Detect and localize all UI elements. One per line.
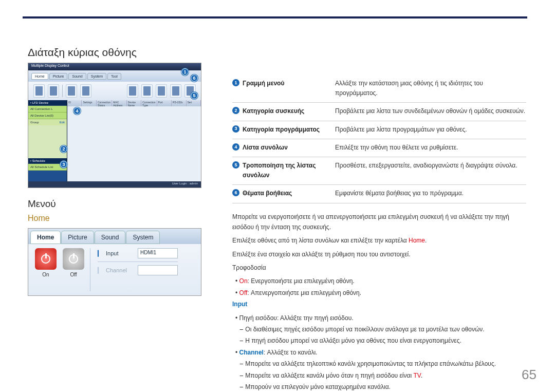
ss-grid: IDSettingsConnection StatusMAC AddressDe…: [67, 100, 201, 181]
ss-toolbtn: [170, 84, 181, 98]
legend-row: 1Γραμμή μενού Αλλάξτε την κατάσταση μιας…: [232, 75, 526, 103]
ss2-tab-picture: Picture: [61, 231, 94, 244]
ss2-tabs: Home Picture Sound System: [28, 229, 201, 244]
heading-layout: Διάταξη κύριας οθόνης: [28, 46, 202, 59]
ss-toolbtn: [33, 84, 45, 98]
ss-tab-system: System: [87, 73, 106, 80]
body-p3: Επιλέξτε ένα στοιχείο και αλλάξτε τη ρύθ…: [232, 249, 526, 259]
ss-toolbar: [28, 82, 201, 100]
ss-tab-sound: Sound: [68, 73, 86, 80]
subheading-home: Home: [28, 214, 202, 223]
power-on-icon: [35, 248, 57, 270]
heading-menu: Μενού: [28, 198, 202, 210]
input-value: HDMI1: [138, 248, 178, 258]
page-number: 65: [522, 367, 536, 383]
callout-5: 5: [191, 92, 198, 99]
ss-sidebar: • LFD Device All Connection L All Device…: [28, 100, 67, 181]
ss2-tab-sound: Sound: [95, 231, 126, 244]
legend-row: 3Κατηγορία προγράμματος Προβάλετε μια λί…: [232, 121, 526, 139]
callout-3: 3: [60, 161, 67, 168]
callout-4: 4: [73, 107, 81, 115]
ss-side-item: All Device List(0): [28, 113, 67, 119]
legend-table: 1Γραμμή μενού Αλλάξτε την κατάσταση μιας…: [232, 75, 526, 203]
callout-2: 2: [60, 145, 67, 153]
screenshot-main: Multiple Display Control Home Picture So…: [28, 63, 201, 188]
legend-row: 6Θέματα βοήθειας Εμφανίστε θέματα βοήθει…: [232, 185, 526, 203]
ss-tab-picture: Picture: [49, 73, 68, 80]
ss-side-lfd: • LFD Device: [28, 100, 67, 106]
ss-toolbtn: [80, 84, 91, 98]
ss-body: • LFD Device All Connection L All Device…: [28, 100, 201, 181]
callout-1: 1: [181, 68, 189, 76]
screenshot-home: Home Picture Sound System On Off ▎ Input…: [28, 228, 201, 296]
legend-row: 4Λίστα συνόλων Επιλέξτε την οθόνη που θέ…: [232, 139, 526, 157]
ss-grid-header: IDSettingsConnection StatusMAC AddressDe…: [67, 100, 201, 106]
ss-toolbtn: [141, 84, 153, 98]
ss-toolbtn: [66, 84, 77, 98]
body-text: Μπορείτε να ενεργοποιήσετε ή να απενεργο…: [232, 212, 526, 393]
power-off-button: Off: [61, 248, 86, 291]
body-p2: Επιλέξτε οθόνες από τη λίστα συνόλων και…: [232, 235, 526, 246]
body-p4: Τροφοδοσία: [232, 263, 526, 273]
input-heading: Input: [232, 299, 526, 309]
ss2-tab-home: Home: [30, 231, 61, 244]
input-label: Input: [106, 250, 134, 256]
ss2-body: On Off ▎ Input HDMI1 ▎ Channel: [28, 244, 201, 295]
legend-row: 5Τροποποίηση της λίστας συνόλων Προσθέστ…: [232, 157, 526, 185]
ss-menubar: Home Picture Sound System Tool: [28, 70, 201, 82]
channel-value: [138, 265, 178, 275]
ss-tab-tool: Tool: [107, 73, 121, 80]
ss-tab-home: Home: [31, 73, 48, 80]
right-column: 1Γραμμή μενού Αλλάξτε την κατάσταση μιας…: [232, 75, 526, 392]
left-column: Διάταξη κύριας οθόνης Multiple Display C…: [28, 46, 202, 296]
power-on-button: On: [33, 248, 58, 291]
ss-toolbtn: [48, 84, 59, 98]
ss-side-item: All Connection L: [28, 106, 67, 113]
ss2-tab-system: System: [126, 231, 160, 244]
channel-label: Channel: [106, 267, 134, 273]
callout-6: 6: [191, 74, 198, 82]
ss-titlebar: Multiple Display Control: [28, 63, 201, 70]
body-p1: Μπορείτε να ενεργοποιήσετε ή να απενεργο…: [232, 212, 526, 233]
ss-toolbtn: [127, 84, 138, 98]
legend-row: 2Κατηγορία συσκευής Προβάλετε μια λίστα …: [232, 103, 526, 121]
ss-side-group: Group Edit: [28, 119, 67, 125]
ss-toolbtn: [156, 84, 167, 98]
ss2-fields: ▎ Input HDMI1 ▎ Channel: [98, 248, 178, 291]
ss-statusbar: User Login : admin: [28, 181, 201, 188]
power-off-icon: [63, 248, 84, 270]
header-rule: [28, 16, 527, 18]
